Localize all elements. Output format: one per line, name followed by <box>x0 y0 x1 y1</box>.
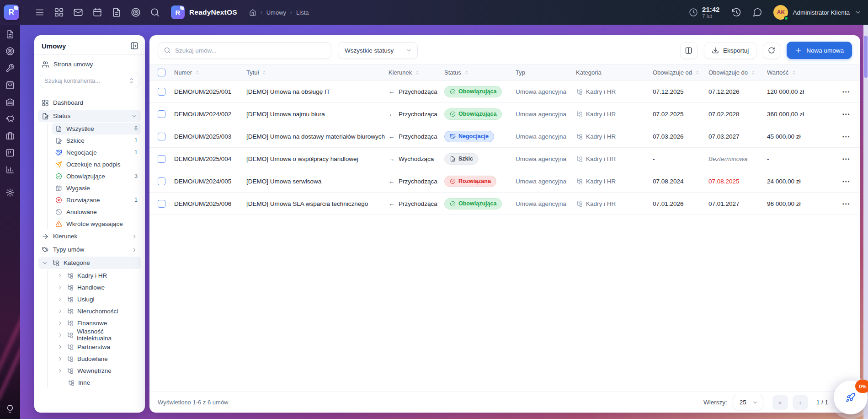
first-page-button[interactable]: « <box>772 395 788 410</box>
status-filter-cancelled[interactable]: Anulowane <box>52 206 141 218</box>
rail-chart-icon[interactable] <box>5 165 15 174</box>
target-icon[interactable] <box>131 7 141 17</box>
user-menu[interactable]: AK Administrator Klienta <box>773 5 862 20</box>
row-checkbox[interactable] <box>158 177 165 185</box>
table-row[interactable]: DEMO/UM/2025/006 [DEMO] Umowa SLA wsparc… <box>149 193 860 215</box>
row-actions-button[interactable]: ⋯ <box>840 154 852 164</box>
rail-target-icon[interactable] <box>5 47 15 56</box>
column-header-title[interactable]: Tytuł <box>246 69 389 76</box>
refresh-button[interactable] <box>763 42 780 59</box>
documents-icon[interactable] <box>112 7 122 17</box>
new-contract-button[interactable]: Nowa umowa <box>787 42 852 59</box>
app-logo[interactable]: R <box>4 5 19 20</box>
table-row[interactable]: DEMO/UM/2025/003 [DEMO] Umowa na dostawy… <box>149 125 860 148</box>
breadcrumb-page[interactable]: Lista <box>296 9 309 16</box>
breadcrumb-section[interactable]: Umowy <box>266 9 286 16</box>
category-item[interactable]: Handlowe <box>54 281 141 293</box>
status-filter-drafts[interactable]: Szkice 1 <box>52 134 141 146</box>
sort-icon[interactable] <box>261 70 267 75</box>
sidebar-item-status[interactable]: Status <box>38 110 141 122</box>
status-filter-terminated[interactable]: Rozwiązane 1 <box>52 194 141 206</box>
column-header-number[interactable]: Numer <box>174 69 246 76</box>
sort-icon[interactable] <box>464 70 469 75</box>
hamburger-menu-icon[interactable] <box>35 7 45 17</box>
column-header-direction[interactable]: Kierunek <box>389 69 444 76</box>
rail-tools-icon[interactable] <box>5 64 15 73</box>
sidebar-item-contract-types[interactable]: Typy umów <box>38 243 141 256</box>
status-filter-negotiations[interactable]: Negocjacje 1 <box>52 146 141 158</box>
contracts-search-input[interactable] <box>175 47 325 54</box>
sidebar-item-categories[interactable]: Kategorie <box>38 257 141 269</box>
lightbulb-icon[interactable] <box>5 404 15 414</box>
contractor-search[interactable] <box>40 73 139 88</box>
sort-icon[interactable] <box>751 70 756 75</box>
category-item[interactable]: Budowlane <box>54 353 141 365</box>
scrollbar-track[interactable] <box>863 25 868 419</box>
search-icon[interactable] <box>150 7 160 17</box>
row-actions-button[interactable]: ⋯ <box>840 132 852 141</box>
sort-icon[interactable] <box>791 70 797 75</box>
category-item[interactable]: Kadry i HR <box>54 269 141 281</box>
column-header-valid-to[interactable]: Obowiązuje do <box>708 69 767 76</box>
columns-toggle-button[interactable] <box>680 42 698 59</box>
category-item[interactable]: Wewnętrzne <box>54 365 141 376</box>
mail-icon[interactable] <box>73 7 83 17</box>
sidebar-item-contract-page[interactable]: Strona umowy <box>38 58 141 70</box>
row-actions-button[interactable]: ⋯ <box>840 177 852 186</box>
category-item[interactable]: Partnerstwa <box>54 341 141 353</box>
chat-icon[interactable] <box>752 7 762 17</box>
export-button[interactable]: Eksportuj <box>704 42 756 59</box>
prev-page-button[interactable]: ‹ <box>793 395 808 410</box>
rail-shopping-bag-icon[interactable] <box>5 81 15 90</box>
collapse-sidebar-icon[interactable] <box>130 42 138 50</box>
status-filter-active[interactable]: Obowiązujące 3 <box>52 170 141 182</box>
sort-icon[interactable] <box>695 70 700 75</box>
category-item[interactable]: Nieruchomości <box>54 305 141 317</box>
row-actions-button[interactable]: ⋯ <box>840 199 852 209</box>
rail-piggy-bank-icon[interactable] <box>5 114 15 124</box>
calendar-icon[interactable] <box>92 7 102 17</box>
history-icon[interactable] <box>731 7 741 17</box>
row-actions-button[interactable]: ⋯ <box>840 109 852 119</box>
sidebar-item-dashboard[interactable]: Dashboard <box>38 97 141 109</box>
status-filter-all[interactable]: Wszystkie 6 <box>52 123 141 134</box>
table-row[interactable]: DEMO/UM/2025/001 [DEMO] Umowa na obsługę… <box>149 81 860 103</box>
rail-warehouse-icon[interactable] <box>5 97 15 107</box>
category-item[interactable]: Własność intelektualna <box>54 329 141 341</box>
sort-icon[interactable] <box>195 70 200 75</box>
sort-icon[interactable] <box>415 70 420 75</box>
row-checkbox[interactable] <box>158 200 165 208</box>
home-icon[interactable] <box>249 9 256 16</box>
row-checkbox[interactable] <box>158 133 165 140</box>
brand[interactable]: R ReadyNextOS <box>171 5 237 19</box>
select-all-checkbox[interactable] <box>158 69 165 76</box>
status-filter-awaiting-signature[interactable]: Oczekuje na podpis <box>52 158 141 170</box>
settings-gear-icon[interactable] <box>5 188 15 197</box>
rail-documents-icon[interactable] <box>5 30 15 39</box>
status-filter-select[interactable]: Wszystkie statusy <box>338 42 418 59</box>
column-header-status[interactable]: Status <box>444 69 516 76</box>
sidebar-item-direction[interactable]: Kierunek <box>38 230 141 242</box>
status-filter-expiring-soon[interactable]: Wkrótce wygasające <box>52 218 141 230</box>
contractor-search-input[interactable] <box>44 77 125 84</box>
contracts-search[interactable] <box>158 42 331 59</box>
rail-briefcase-icon[interactable] <box>5 131 15 140</box>
row-actions-button[interactable]: ⋯ <box>840 87 852 97</box>
table-row[interactable]: DEMO/UM/2025/004 [DEMO] Umowa o współpra… <box>149 148 860 170</box>
apps-grid-icon[interactable] <box>54 7 64 17</box>
column-header-valid-from[interactable]: Obowiązuje od <box>653 69 708 76</box>
column-header-type[interactable]: Typ <box>516 69 576 76</box>
category-item[interactable]: Usługi <box>54 293 141 305</box>
status-filter-expired[interactable]: Wygasłe <box>52 182 141 194</box>
rail-kanban-icon[interactable] <box>5 148 15 157</box>
scrollbar-thumb[interactable] <box>864 36 868 78</box>
table-row[interactable]: DEMO/UM/2024/005 [DEMO] Umowa serwisowa … <box>149 170 860 193</box>
category-item[interactable]: Inne <box>54 376 141 388</box>
column-header-category[interactable]: Kategoria <box>576 69 653 76</box>
category-item[interactable]: Finansowe <box>54 317 141 329</box>
table-row[interactable]: DEMO/UM/2024/002 [DEMO] Umowa najmu biur… <box>149 103 860 125</box>
row-checkbox[interactable] <box>158 155 165 163</box>
row-checkbox[interactable] <box>158 88 165 96</box>
column-header-value[interactable]: Wartość <box>767 69 831 76</box>
row-checkbox[interactable] <box>158 110 165 118</box>
